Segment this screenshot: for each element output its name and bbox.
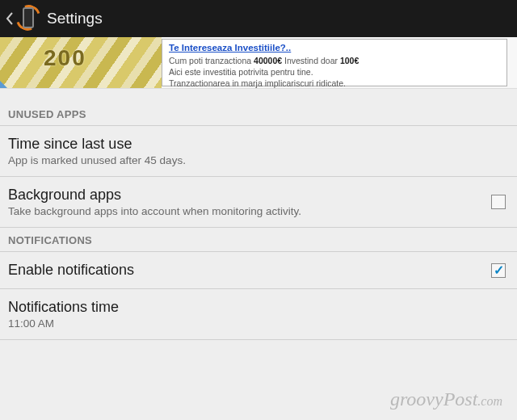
adchoices-icon[interactable]: [0, 81, 8, 89]
pref-title: Notifications time: [8, 299, 506, 316]
pref-title: Background apps: [8, 187, 483, 204]
ad-title[interactable]: Te Intereseaza Investitiile?..: [169, 43, 291, 52]
checkbox-enable-notifications[interactable]: [491, 263, 506, 278]
pref-time-since-last-use[interactable]: Time since last use App is marked unused…: [0, 126, 517, 177]
ad-banner[interactable]: Te Intereseaza Investitiile?.. Cum poti …: [0, 37, 517, 89]
pref-enable-notifications[interactable]: Enable notifications: [0, 252, 517, 289]
ad-image: [0, 37, 162, 89]
app-icon[interactable]: [15, 5, 42, 32]
pref-summary: Take background apps into account when m…: [8, 205, 483, 217]
back-icon[interactable]: [5, 0, 13, 37]
checkbox-background-apps[interactable]: [491, 195, 506, 209]
action-bar: Settings: [0, 0, 517, 37]
pref-title: Enable notifications: [8, 262, 483, 279]
pref-notifications-time[interactable]: Notifications time 11:00 AM: [0, 289, 517, 340]
section-header-notifications: NOTIFICATIONS: [0, 228, 517, 252]
settings-list: UNUSED APPS Time since last use App is m…: [0, 89, 517, 340]
pref-background-apps[interactable]: Background apps Take background apps int…: [0, 177, 517, 228]
pref-summary: 11:00 AM: [8, 317, 506, 330]
section-header-unused-apps: UNUSED APPS: [0, 89, 517, 126]
page-title: Settings: [47, 10, 103, 27]
pref-summary: App is marked unused after 45 days.: [8, 154, 506, 166]
watermark: groovyPost.com: [390, 388, 502, 410]
ad-text: Te Intereseaza Investitiile?.. Cum poti …: [162, 39, 507, 86]
pref-title: Time since last use: [8, 136, 506, 153]
